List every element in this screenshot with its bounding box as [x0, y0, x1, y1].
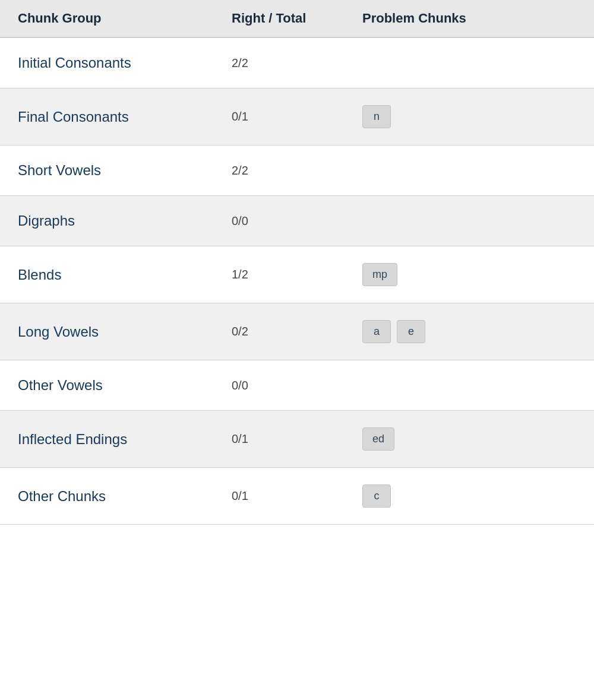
- row-score: 0/1: [232, 432, 362, 446]
- table-row: Long Vowels0/2ae: [0, 303, 594, 360]
- table-header: Chunk Group Right / Total Problem Chunks: [0, 0, 594, 38]
- row-score: 0/0: [232, 214, 362, 228]
- chunk-badge: c: [362, 484, 391, 508]
- chunk-badge: a: [362, 320, 391, 343]
- row-group-name: Final Consonants: [18, 109, 232, 125]
- table-row: Initial Consonants2/2: [0, 38, 594, 88]
- chunk-badge: mp: [362, 263, 397, 286]
- row-group-name: Blends: [18, 267, 232, 283]
- table-row: Short Vowels2/2: [0, 145, 594, 196]
- table-row: Other Vowels0/0: [0, 360, 594, 411]
- row-group-name: Short Vowels: [18, 162, 232, 179]
- row-group-name: Other Vowels: [18, 377, 232, 394]
- problem-chunks: n: [362, 105, 576, 128]
- problem-chunks: ae: [362, 320, 576, 343]
- table-row: Digraphs0/0: [0, 196, 594, 246]
- row-group-name: Digraphs: [18, 213, 232, 229]
- header-group: Chunk Group: [18, 11, 232, 26]
- table-row: Inflected Endings0/1ed: [0, 411, 594, 468]
- header-score: Right / Total: [232, 11, 362, 26]
- row-score: 0/1: [232, 110, 362, 123]
- row-score: 0/1: [232, 489, 362, 503]
- chunk-badge: n: [362, 105, 391, 128]
- row-group-name: Initial Consonants: [18, 55, 232, 71]
- row-score: 2/2: [232, 56, 362, 70]
- row-score: 0/0: [232, 379, 362, 392]
- table-body: Initial Consonants2/2Final Consonants0/1…: [0, 38, 594, 525]
- row-group-name: Inflected Endings: [18, 431, 232, 448]
- row-score: 0/2: [232, 325, 362, 338]
- row-score: 2/2: [232, 164, 362, 178]
- row-group-name: Long Vowels: [18, 324, 232, 340]
- problem-chunks: ed: [362, 427, 576, 451]
- table-row: Final Consonants0/1n: [0, 88, 594, 145]
- header-problems: Problem Chunks: [362, 11, 576, 26]
- problem-chunks: mp: [362, 263, 576, 286]
- table-row: Other Chunks0/1c: [0, 468, 594, 525]
- row-group-name: Other Chunks: [18, 488, 232, 505]
- chunk-table: Chunk Group Right / Total Problem Chunks…: [0, 0, 594, 525]
- table-row: Blends1/2mp: [0, 246, 594, 303]
- chunk-badge: ed: [362, 427, 394, 451]
- row-score: 1/2: [232, 268, 362, 281]
- problem-chunks: c: [362, 484, 576, 508]
- chunk-badge: e: [397, 320, 425, 343]
